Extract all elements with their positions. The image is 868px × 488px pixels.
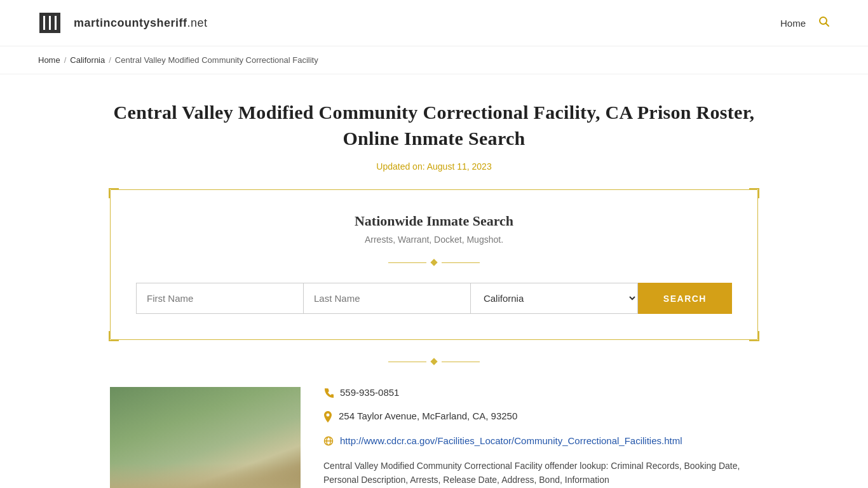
corner-decoration-tl [109, 188, 119, 198]
facility-address: 254 Taylor Avenue, McFarland, CA, 93250 [339, 410, 517, 421]
phone-number: 559-935-0851 [340, 387, 399, 398]
facility-details: 559-935-0851 254 Taylor Avenue, McFarlan… [323, 387, 758, 487]
breadcrumb-sep-1: / [64, 55, 67, 65]
phone-icon [323, 388, 334, 400]
search-subtitle: Arrests, Warrant, Docket, Mugshot. [136, 234, 732, 245]
divider-line-right [442, 262, 480, 263]
search-container: Nationwide Inmate Search Arrests, Warran… [110, 189, 758, 340]
breadcrumb-state[interactable]: California [70, 55, 105, 65]
breadcrumb-current: Central Valley Modified Community Correc… [115, 55, 318, 65]
globe-icon [323, 436, 334, 449]
facility-description: Central Valley Modified Community Correc… [323, 459, 758, 487]
logo-icon [38, 11, 67, 34]
address-detail: 254 Taylor Avenue, McFarland, CA, 93250 [323, 410, 758, 425]
map-pin-icon [323, 411, 332, 425]
main-content: Central Valley Modified Community Correc… [85, 100, 783, 488]
facility-image [110, 387, 301, 488]
search-nav-icon [818, 16, 830, 27]
logo-text: martincountysheriff.net [74, 17, 208, 30]
search-button[interactable]: SEARCH [638, 283, 732, 314]
divider-diamond [430, 259, 437, 266]
breadcrumb: Home / California / Central Valley Modif… [0, 46, 868, 74]
outer-divider-line-left [388, 362, 426, 362]
svg-rect-5 [39, 30, 60, 33]
updated-date: Updated on: August 11, 2023 [110, 161, 758, 172]
search-title: Nationwide Inmate Search [136, 213, 732, 229]
outer-divider-diamond [430, 358, 437, 365]
phone-detail: 559-935-0851 [323, 387, 758, 400]
corner-decoration-tr [749, 188, 759, 198]
facility-website[interactable]: http://www.cdcr.ca.gov/Facilities_Locato… [340, 435, 682, 446]
state-select[interactable]: AlabamaAlaskaArizonaArkansasCaliforniaCo… [471, 283, 638, 314]
breadcrumb-home[interactable]: Home [38, 55, 60, 65]
outer-divider-line-right [442, 362, 480, 362]
corner-decoration-bl [109, 331, 119, 341]
svg-line-7 [826, 23, 829, 26]
nav-home[interactable]: Home [780, 18, 806, 29]
first-name-input[interactable] [136, 283, 304, 314]
inner-divider [136, 260, 732, 265]
divider-line-left [388, 262, 426, 263]
svg-rect-4 [39, 13, 60, 16]
corner-decoration-br [749, 331, 759, 341]
facility-image-inner [110, 387, 301, 488]
page-title: Central Valley Modified Community Correc… [110, 100, 758, 151]
search-toggle-button[interactable] [818, 16, 830, 30]
outer-divider [110, 359, 758, 364]
site-logo[interactable]: martincountysheriff.net [38, 11, 208, 34]
facility-section: 559-935-0851 254 Taylor Avenue, McFarlan… [110, 387, 758, 488]
last-name-input[interactable] [304, 283, 471, 314]
breadcrumb-sep-2: / [109, 55, 111, 65]
main-nav: Home [780, 16, 830, 30]
search-fields: AlabamaAlaskaArizonaArkansasCaliforniaCo… [136, 283, 732, 314]
website-detail: http://www.cdcr.ca.gov/Facilities_Locato… [323, 435, 758, 449]
header: martincountysheriff.net Home [0, 0, 868, 46]
